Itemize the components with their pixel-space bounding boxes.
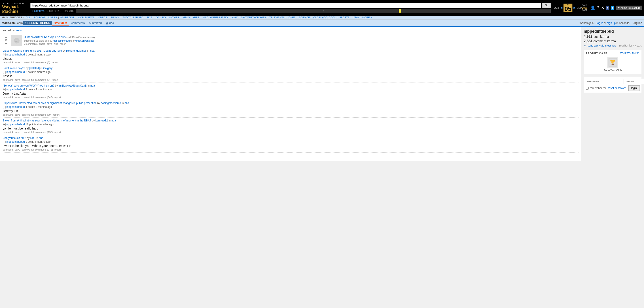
comment-subreddit[interactable]: nba [39,136,43,140]
post-share-link[interactable]: share [39,42,46,45]
go-button[interactable]: Go [542,3,551,8]
send-pm[interactable]: ✉ send a private message [584,44,616,47]
cal-prev-arrow[interactable]: ◄ [560,6,563,10]
report-link[interactable]: report [53,114,60,116]
tab-submitted[interactable]: submitted [87,20,104,25]
comment-author[interactable]: nippedinthebud [6,70,25,74]
comment-subreddit[interactable]: nba [90,84,95,87]
comment-author[interactable]: nippedinthebud [6,53,25,56]
full-comments-link[interactable]: full comments (271) [31,148,53,151]
nav-funny[interactable]: FUNNY [111,16,119,19]
comment-post-author[interactable]: oozingmachismo [101,102,121,105]
nav-television[interactable]: TELEVISION [270,16,284,19]
context-link[interactable]: context [22,148,30,151]
permalink-link[interactable]: permalink [3,96,14,99]
comment-post-author[interactable]: R99 [30,136,35,140]
captures-link[interactable]: 11 captures [30,10,44,12]
context-link[interactable]: context [22,114,30,116]
permalink-link[interactable]: permalink [3,148,14,151]
comment-post-title[interactable]: [Serious] who are you WAYYY too high on? [3,84,54,87]
save-link[interactable]: save [15,148,20,151]
nav-aww[interactable]: AWW [231,16,238,19]
comment-subreddit[interactable]: Calgary [43,67,52,70]
nav-users[interactable]: USERS [48,16,57,19]
permalink-link[interactable]: permalink [3,131,14,134]
send-pm-link[interactable]: send a private message [588,44,616,47]
post-comments-link[interactable]: 3 comments [24,42,38,45]
save-link[interactable]: save [15,61,20,64]
comment-subreddit[interactable]: nba [90,49,94,52]
context-link[interactable]: context [22,78,30,81]
nav-jokes[interactable]: JOKES [287,16,296,19]
signup-link[interactable]: sign up [607,22,616,24]
close-icon[interactable]: ✕ [601,5,604,10]
permalink-link[interactable]: permalink [3,114,14,116]
login-link[interactable]: Log in [596,22,603,24]
permalink-link[interactable]: permalink [3,78,14,81]
facebook-icon[interactable]: f [606,6,609,10]
nav-all[interactable]: ALL [26,16,30,19]
report-link[interactable]: report [52,61,58,64]
sort-new-link[interactable]: new [16,29,22,32]
save-link[interactable]: save [15,96,20,99]
tab-gilded[interactable]: gilded [104,20,116,25]
comment-post-title[interactable]: Video of Giannis making his 2017 Media D… [3,49,62,52]
nav-gaming[interactable]: GAMING [156,16,166,19]
save-link[interactable]: save [15,114,20,116]
comment-post-author[interactable]: karmew32 [96,119,108,122]
nav-worldnews[interactable]: WORLDNEWS [78,16,94,19]
full-comments-link[interactable]: full comments (6) [31,61,50,64]
username-input[interactable] [586,79,622,84]
context-link[interactable]: context [22,96,30,99]
timeline-bar[interactable] [76,9,551,13]
my-subreddits-label[interactable]: MY SUBREDDITS [2,16,22,19]
nav-news[interactable]: NEWS [182,16,190,19]
nav-random[interactable]: RANDOM [34,16,45,19]
comment-post-author[interactable]: [deleted] [29,67,40,70]
upvote-button[interactable]: ▲ [4,35,8,39]
post-hide-link[interactable]: hide [54,42,58,45]
comment-post-title[interactable]: Stolen from r/nfl, what was your "are yo… [3,119,91,122]
comment-subreddit[interactable]: nba [111,119,116,122]
nav-showerthoughts[interactable]: SHOWERTHOUGHTS [241,16,266,19]
comment-author[interactable]: nippedinthebud [6,88,25,91]
remember-me-checkbox[interactable] [586,87,588,90]
about-capture-button[interactable]: ▼ About this capture [616,6,642,10]
full-comments-link[interactable]: full comments (343) [31,96,53,99]
tab-comments[interactable]: comments [69,20,87,25]
nav-mildlyinteresting[interactable]: MILDLYINTERESTING [202,16,228,19]
post-report-link[interactable]: report [60,42,66,45]
comment-author[interactable]: nippedinthebud [6,140,25,144]
context-link[interactable]: context [22,61,30,64]
comment-post-author[interactable]: ReverendGames [66,49,86,52]
post-save-link[interactable]: save [47,42,52,45]
full-comments-link[interactable]: full comments (79) [31,114,52,116]
reddit-link[interactable]: reddit.com [2,22,16,24]
save-link[interactable]: save [15,78,20,81]
report-link[interactable]: report [54,131,61,134]
comment-subreddit[interactable]: nba [124,102,129,105]
comment-post-title[interactable]: Banff in one day?? [3,67,25,70]
comment-post-title[interactable]: Players with unexpected career arcs or s… [3,102,96,105]
nav-sports[interactable]: SPORTS [339,16,349,19]
help-icon[interactable]: ? [597,6,599,10]
user-icon[interactable]: 👤 [590,5,595,10]
twitter-icon[interactable]: t [611,6,614,10]
report-link[interactable]: report [52,78,58,81]
whats-this-link[interactable]: what's this? [620,52,640,55]
permalink-link[interactable]: permalink [3,61,14,64]
nav-science[interactable]: SCIENCE [299,16,310,19]
comment-post-author[interactable]: ImBlackAsANiggaCanB [58,84,87,87]
nav-askreddit[interactable]: ASKREDDIT [60,16,74,19]
downvote-button[interactable]: ▼ [4,42,8,46]
nav-iama[interactable]: IAMA [353,16,359,19]
save-link[interactable]: save [15,131,20,134]
report-link[interactable]: report [54,148,61,151]
login-button[interactable]: login [628,86,640,91]
comment-author[interactable]: nippedinthebud [6,105,25,108]
report-link[interactable]: report [54,96,61,99]
nav-todayilearned[interactable]: TODAYILEARNED [122,16,143,19]
post-author-link[interactable]: nippedinthebud [53,39,70,42]
nav-gifs[interactable]: GIFS [194,16,199,19]
nav-pics[interactable]: PICS [147,16,152,19]
